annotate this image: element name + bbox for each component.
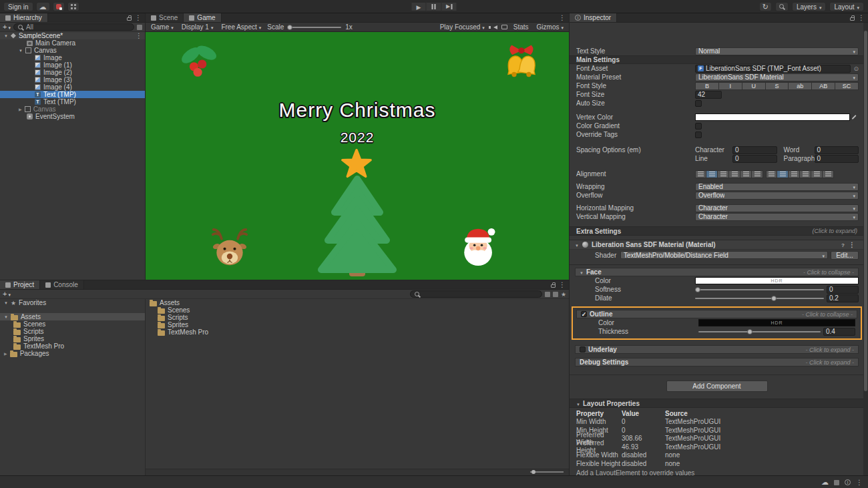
component-menu-icon[interactable] [849, 241, 855, 248]
folder-row-packages[interactable]: Packages [0, 350, 145, 357]
activity-icon[interactable] [834, 480, 839, 485]
scale-slider[interactable] [288, 23, 341, 31]
align-left-button[interactable] [695, 170, 706, 178]
tree-row-image-4[interactable]: Image (4) [0, 83, 145, 91]
align-baseline-button[interactable] [800, 170, 811, 178]
assets-header-row[interactable]: Assets [146, 299, 569, 306]
foldout-open-icon[interactable] [4, 298, 8, 307]
foldout-open-icon[interactable] [4, 31, 8, 40]
thickness-slider[interactable] [698, 328, 821, 336]
horizontal-mapping-dropdown[interactable]: Character [695, 204, 859, 212]
tree-row-image[interactable]: Image [0, 54, 145, 61]
font-size-input[interactable]: 42 [695, 91, 722, 99]
hierarchy-search-input[interactable]: All [13, 23, 134, 31]
panel-menu-icon[interactable] [559, 14, 566, 21]
smallcaps-button[interactable]: SC [835, 82, 859, 90]
filter-icon[interactable] [137, 25, 142, 30]
lock-icon[interactable] [850, 17, 855, 21]
tree-row-image-1[interactable]: Image (1) [0, 61, 145, 69]
panel-menu-icon[interactable] [559, 281, 566, 288]
align-flush-button[interactable] [740, 170, 752, 178]
console-status-icon[interactable]: i [845, 479, 851, 485]
tab-game[interactable]: Game [184, 13, 221, 22]
save-search-icon[interactable] [561, 290, 566, 298]
align-right-button[interactable] [718, 170, 729, 178]
gizmos-dropdown[interactable]: Gizmos [535, 23, 566, 32]
tree-row-text-tmp-selected[interactable]: Text (TMP) [0, 91, 145, 98]
spacing-line-input[interactable]: 0 [732, 155, 777, 163]
dilate-slider-thumb[interactable] [771, 296, 777, 301]
tree-row-canvas[interactable]: Canvas [0, 47, 145, 54]
help-icon[interactable] [841, 241, 845, 248]
layout-properties-header[interactable]: Layout Properties [570, 399, 864, 408]
folder-row-assets[interactable]: Assets [0, 313, 145, 320]
search-by-type-icon[interactable] [545, 292, 550, 297]
italic-button[interactable]: I [719, 82, 742, 90]
softness-slider-thumb[interactable] [695, 287, 700, 292]
wrapping-dropdown[interactable]: Enabled [695, 183, 859, 191]
asset-row-scripts[interactable]: Scripts [146, 314, 569, 321]
face-color-swatch[interactable]: HDR [695, 277, 859, 284]
material-preset-dropdown[interactable]: LiberationSans SDF Material [695, 73, 859, 81]
thickness-slider-thumb[interactable] [747, 329, 752, 334]
bold-button[interactable]: B [695, 82, 719, 90]
tab-project[interactable]: Project [0, 280, 40, 289]
folder-row-scenes[interactable]: Scenes [0, 320, 145, 328]
search-button[interactable] [775, 2, 789, 11]
folder-row-textmesh-pro[interactable]: TextMesh Pro [0, 342, 145, 350]
tree-row-image-3[interactable]: Image (3) [0, 76, 145, 83]
cloud-services-button[interactable] [36, 2, 50, 11]
services-button[interactable] [67, 2, 79, 11]
face-section-header[interactable]: Face - Click to collapse - [575, 268, 859, 276]
asset-zoom-thumb[interactable] [531, 470, 535, 474]
align-top-button[interactable] [766, 170, 777, 178]
align-center-button[interactable] [706, 170, 718, 178]
pause-button[interactable] [427, 2, 442, 11]
spacing-word-input[interactable]: 0 [815, 146, 859, 154]
underline-button[interactable]: U [742, 82, 766, 90]
object-picker-icon[interactable] [853, 65, 859, 72]
tree-row-canvas-2[interactable]: Canvas [0, 105, 145, 113]
shader-dropdown[interactable]: TextMeshPro/Mobile/Distance Field [620, 251, 828, 259]
stats-toggle[interactable]: Stats [511, 23, 531, 32]
layers-dropdown[interactable]: Layers [792, 2, 827, 11]
debug-settings-header[interactable]: Debug Settings - Click to expand - [575, 358, 859, 367]
asset-row-scenes[interactable]: Scenes [146, 306, 569, 314]
strikethrough-button[interactable]: S [766, 82, 789, 90]
foldout-open-icon[interactable] [580, 268, 584, 276]
cloud-status-icon[interactable] [821, 479, 829, 486]
undo-history-button[interactable] [759, 2, 772, 11]
foldout-open-icon[interactable] [4, 312, 8, 321]
spacing-character-input[interactable]: 0 [732, 146, 777, 154]
main-settings-header[interactable]: Main Settings [570, 55, 864, 64]
vertical-mapping-dropdown[interactable]: Character [695, 213, 859, 221]
add-component-button[interactable]: Add Component [666, 381, 768, 392]
lowercase-button[interactable]: ab [789, 82, 812, 90]
inspector-scrollbar[interactable] [863, 23, 868, 475]
tab-hierarchy[interactable]: Hierarchy [0, 13, 48, 22]
favorites-row[interactable]: Favorites [0, 299, 145, 306]
aspect-ratio-dropdown[interactable]: Free Aspect [219, 23, 263, 32]
align-geometry-button[interactable] [752, 170, 763, 178]
scene-menu-icon[interactable] [136, 32, 142, 39]
align-middle-button[interactable] [777, 170, 789, 178]
folder-row-scripts[interactable]: Scripts [0, 328, 145, 335]
outline-section-header[interactable]: Outline - Click to collapse - [576, 310, 857, 318]
align-bottom-button[interactable] [789, 170, 800, 178]
status-menu-icon[interactable] [856, 479, 863, 486]
game-mode-dropdown[interactable]: Game [149, 23, 176, 32]
outline-color-swatch[interactable]: HDR [698, 319, 855, 326]
spacing-paragraph-input[interactable]: 0 [815, 155, 859, 163]
lock-icon[interactable] [127, 17, 132, 21]
folder-row-sprites[interactable]: Sprites [0, 335, 145, 342]
asset-row-textmesh-pro[interactable]: TextMesh Pro [146, 328, 569, 336]
project-search-input[interactable] [410, 290, 542, 298]
step-button[interactable] [442, 2, 457, 11]
lock-icon[interactable] [551, 284, 556, 288]
softness-slider[interactable] [695, 286, 824, 294]
create-asset-button[interactable]: + [3, 290, 11, 298]
scrollbar-thumb[interactable] [864, 31, 867, 391]
thickness-input[interactable]: 0.4 [823, 328, 855, 336]
color-gradient-checkbox[interactable] [695, 123, 702, 130]
asset-zoom-slider[interactable] [530, 470, 564, 474]
